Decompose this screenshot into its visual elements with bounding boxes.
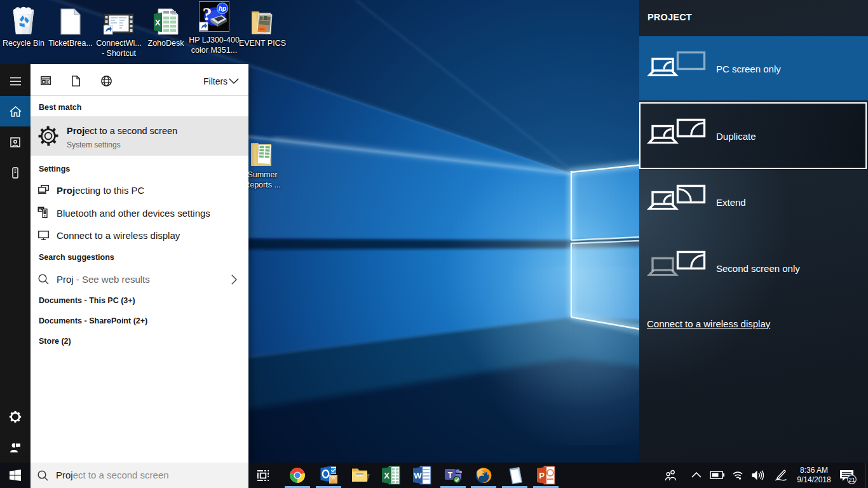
svg-text:X: X <box>155 18 161 27</box>
svg-text:hp: hp <box>219 5 226 12</box>
svg-text:T: T <box>448 471 453 480</box>
svg-text:P: P <box>539 471 545 480</box>
svg-text:?: ? <box>203 3 212 24</box>
svg-text:21: 21 <box>848 476 855 483</box>
svg-text:W: W <box>414 471 422 480</box>
svg-text:X: X <box>384 471 390 480</box>
